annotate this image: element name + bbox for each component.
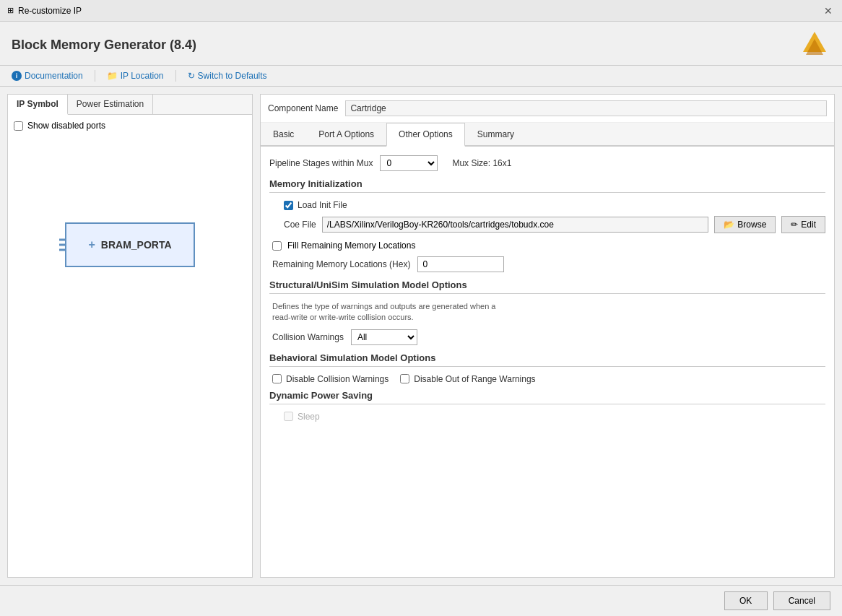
pipeline-stages-select[interactable]: 0 1 2 3 xyxy=(380,155,438,171)
mux-size-text: Mux Size: 16x1 xyxy=(452,158,511,168)
show-disabled-ports-checkbox[interactable] xyxy=(14,121,23,131)
fill-remaining-row: Fill Remaining Memory Locations xyxy=(272,240,825,251)
pipeline-stages-row: Pipeline Stages within Mux 0 1 2 3 Mux S… xyxy=(269,155,825,171)
footer: OK Cancel xyxy=(0,585,842,616)
tab-port-a-options[interactable]: Port A Options xyxy=(306,123,386,145)
bram-name: BRAM_PORTA xyxy=(101,239,172,251)
tab-basic[interactable]: Basic xyxy=(261,123,306,145)
coe-file-row: Coe File 📂 Browse ✏ Edit xyxy=(284,216,825,233)
tab-summary[interactable]: Summary xyxy=(465,123,526,145)
component-name-row: Component Name Cartridge xyxy=(261,95,834,123)
left-panel-tabs: IP Symbol Power Estimation xyxy=(8,95,252,115)
sleep-label-row: Sleep xyxy=(284,412,825,422)
bram-bar-1 xyxy=(59,239,65,241)
sleep-row: Sleep xyxy=(284,412,825,422)
app-header: Block Memory Generator (8.4) xyxy=(0,22,842,66)
toolbar-separator-2 xyxy=(175,70,176,82)
cancel-button[interactable]: Cancel xyxy=(773,591,830,610)
disable-collision-row: Disable Collision Warnings xyxy=(272,374,389,384)
memory-init-header: Memory Initialization xyxy=(269,178,825,193)
switch-defaults-link[interactable]: ↻ Switch to Defaults xyxy=(188,71,267,81)
load-init-file-checkbox[interactable] xyxy=(284,201,293,210)
edit-button[interactable]: ✏ Edit xyxy=(781,216,825,233)
dynamic-power-header: Dynamic Power Saving xyxy=(269,390,825,404)
info-icon: i xyxy=(12,71,22,81)
close-button[interactable]: ✕ xyxy=(822,4,835,17)
tabs-row: Basic Port A Options Other Options Summa… xyxy=(261,123,834,147)
disable-out-of-range-row: Disable Out of Range Warnings xyxy=(400,374,535,384)
left-panel: IP Symbol Power Estimation Show disabled… xyxy=(7,94,253,578)
remaining-hex-row: Remaining Memory Locations (Hex) xyxy=(272,256,825,272)
show-disabled-ports-label: Show disabled ports xyxy=(27,121,105,131)
structural-description: Defines the type of warnings and outputs… xyxy=(272,301,825,324)
title-bar-left: ⊞ Re-customize IP xyxy=(7,6,82,16)
tab-ip-symbol[interactable]: IP Symbol xyxy=(8,95,68,115)
refresh-icon: ↻ xyxy=(188,71,195,81)
collision-warnings-label: Collision Warnings xyxy=(272,332,344,342)
bram-block: + BRAM_PORTA xyxy=(65,222,194,267)
ok-button[interactable]: OK xyxy=(724,591,768,610)
switch-defaults-label: Switch to Defaults xyxy=(198,71,267,81)
bram-bar-3 xyxy=(59,249,65,251)
sleep-label-text: Sleep xyxy=(298,412,320,422)
pipeline-stages-label: Pipeline Stages within Mux xyxy=(269,158,373,168)
toolbar-separator-1 xyxy=(95,70,95,82)
app-icon: ⊞ xyxy=(7,6,14,15)
disable-collision-label: Disable Collision Warnings xyxy=(286,374,389,384)
app-title: Block Memory Generator (8.4) xyxy=(12,38,196,53)
xilinx-logo xyxy=(799,29,830,61)
right-panel: Component Name Cartridge Basic Port A Op… xyxy=(260,94,835,578)
ip-location-link[interactable]: 📁 IP Location xyxy=(107,71,164,81)
disable-collision-checkbox[interactable] xyxy=(272,374,282,383)
toolbar: i Documentation 📁 IP Location ↻ Switch t… xyxy=(0,66,842,87)
load-init-file-label: Load Init File xyxy=(298,200,347,210)
coe-file-input[interactable] xyxy=(322,217,709,233)
component-name-value: Cartridge xyxy=(345,100,827,116)
ip-symbol-area: + BRAM_PORTA xyxy=(14,136,246,353)
disable-out-of-range-checkbox[interactable] xyxy=(400,374,409,383)
remaining-hex-input[interactable] xyxy=(417,256,504,272)
bram-plus-icon: + xyxy=(88,238,95,251)
tab-other-options[interactable]: Other Options xyxy=(386,123,465,147)
documentation-label: Documentation xyxy=(25,71,83,81)
fill-remaining-label: Fill Remaining Memory Locations xyxy=(287,240,415,251)
fill-remaining-checkbox[interactable] xyxy=(272,241,282,251)
browse-button[interactable]: 📂 Browse xyxy=(714,216,776,233)
documentation-link[interactable]: i Documentation xyxy=(12,71,83,81)
load-init-file-row: Load Init File xyxy=(284,200,825,210)
sleep-checkbox[interactable] xyxy=(284,412,293,421)
bram-left-bars xyxy=(59,239,65,251)
folder-icon: 📁 xyxy=(107,71,118,81)
left-panel-body: Show disabled ports + BRAM_PORTA xyxy=(8,115,252,577)
main-content: IP Symbol Power Estimation Show disabled… xyxy=(0,87,842,585)
behavioral-header: Behavioral Simulation Model Options xyxy=(269,352,825,367)
component-name-label: Component Name xyxy=(268,103,338,113)
show-disabled-ports-row: Show disabled ports xyxy=(14,121,246,131)
edit-pencil-icon: ✏ xyxy=(791,220,798,230)
browse-folder-icon: 📂 xyxy=(724,220,734,230)
behavioral-row: Disable Collision Warnings Disable Out o… xyxy=(272,374,825,384)
collision-warnings-select[interactable]: All Generate X WARNING None xyxy=(351,329,417,345)
structural-header: Structural/UniSim Simulation Model Optio… xyxy=(269,279,825,294)
main-window: ⊞ Re-customize IP ✕ Block Memory Generat… xyxy=(0,0,842,616)
tab-power-estimation[interactable]: Power Estimation xyxy=(68,95,153,114)
window-title: Re-customize IP xyxy=(18,6,82,16)
tab-content: Pipeline Stages within Mux 0 1 2 3 Mux S… xyxy=(261,147,834,577)
collision-row: Collision Warnings All Generate X WARNIN… xyxy=(272,329,825,345)
ip-location-label: IP Location xyxy=(121,71,164,81)
disable-out-of-range-label: Disable Out of Range Warnings xyxy=(414,374,535,384)
bram-bar-2 xyxy=(59,244,65,246)
coe-file-label: Coe File xyxy=(284,220,316,230)
title-bar: ⊞ Re-customize IP ✕ xyxy=(0,0,842,22)
remaining-hex-label: Remaining Memory Locations (Hex) xyxy=(272,259,410,269)
